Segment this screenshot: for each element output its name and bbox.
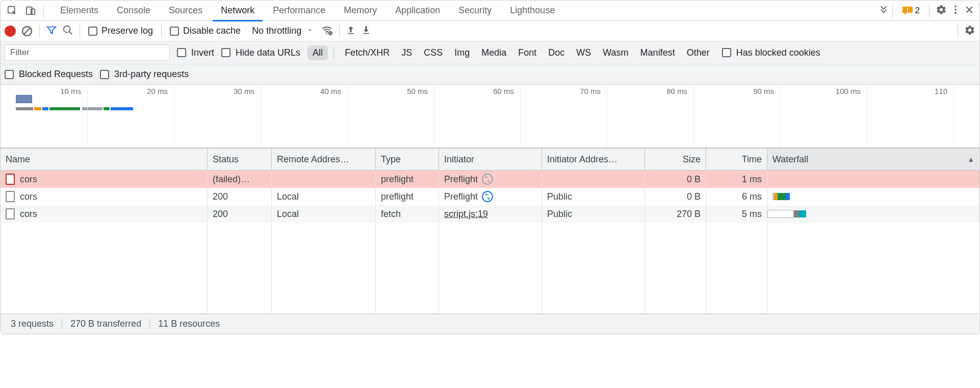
upload-har-icon[interactable] <box>346 25 356 37</box>
network-settings-gear-icon[interactable] <box>964 25 975 37</box>
throttling-select[interactable]: No throttling <box>248 26 316 36</box>
has-blocked-cookies-checkbox[interactable]: Has blocked cookies <box>722 47 820 58</box>
overview-tick-label: 80 ms <box>658 87 691 95</box>
table-row[interactable]: cors200LocalpreflightPreflightPublic0 B6… <box>1 188 979 205</box>
type-filter-ws[interactable]: WS <box>571 45 596 60</box>
divider <box>958 25 958 38</box>
overview-tick-label: 10 ms <box>51 87 85 95</box>
panel-tab-sources[interactable]: Sources <box>160 1 212 21</box>
col-header-initiator-address[interactable]: Initiator Addres… <box>542 149 645 170</box>
svg-point-10 <box>326 33 328 35</box>
overview-selection-handle[interactable] <box>16 95 32 103</box>
overview-bar <box>16 107 33 110</box>
svg-point-9 <box>64 26 70 33</box>
col-header-type[interactable]: Type <box>376 149 439 170</box>
disable-cache-checkbox[interactable]: Disable cache <box>168 26 243 36</box>
overview-gridline <box>174 85 174 148</box>
timeline-overview[interactable]: 10 ms20 ms30 ms40 ms50 ms60 ms70 ms80 ms… <box>1 85 979 148</box>
table-row[interactable]: cors(failed)…preflightPreflight0 B1 ms <box>1 171 979 188</box>
divider <box>339 25 340 38</box>
preflight-swap-icon[interactable] <box>482 174 493 185</box>
type-filter-manifest[interactable]: Manifest <box>635 45 680 60</box>
dropdown-caret-icon <box>306 26 314 36</box>
type-filter-wasm[interactable]: Wasm <box>598 45 633 60</box>
download-har-icon[interactable] <box>361 25 371 37</box>
panel-tab-application[interactable]: Application <box>386 1 449 21</box>
filter-funnel-icon[interactable] <box>46 25 57 37</box>
overview-tick-label: 90 ms <box>744 87 778 95</box>
third-party-checkbox[interactable]: 3rd-party requests <box>100 69 189 80</box>
waterfall-segment <box>786 193 790 200</box>
panel-tab-lighthouse[interactable]: Lighthouse <box>501 1 564 21</box>
divider <box>39 25 40 38</box>
type-filter-fetch-xhr[interactable]: Fetch/XHR <box>340 45 395 60</box>
type-filter-css[interactable]: CSS <box>419 45 448 60</box>
divider <box>80 25 80 38</box>
settings-gear-icon[interactable] <box>936 4 947 17</box>
overview-tick-label: 60 ms <box>484 87 518 95</box>
col-header-remote[interactable]: Remote Addres… <box>272 149 376 170</box>
svg-point-6 <box>955 9 957 11</box>
record-button[interactable] <box>5 26 16 37</box>
network-filter-bar-2: Blocked Requests 3rd-party requests <box>1 64 979 85</box>
network-request-table: Name Status Remote Addres… Type Initiato… <box>1 148 979 313</box>
kebab-menu-icon[interactable] <box>950 4 961 17</box>
issues-badge[interactable]: 2 <box>899 5 923 16</box>
overview-gridline <box>520 85 521 148</box>
type-filter-all[interactable]: All <box>307 45 328 60</box>
clear-icon[interactable] <box>21 25 33 37</box>
network-conditions-icon[interactable] <box>321 24 333 38</box>
preserve-log-checkbox[interactable]: Preserve log <box>86 26 155 36</box>
request-initiator-address <box>542 171 645 188</box>
status-transferred: 270 B transferred <box>62 319 150 329</box>
filter-input[interactable]: Filter <box>5 44 170 61</box>
request-initiator[interactable]: script.js:19 <box>444 209 488 220</box>
invert-checkbox[interactable]: Invert <box>177 47 214 58</box>
type-filter-doc[interactable]: Doc <box>543 45 570 60</box>
overview-bar <box>111 107 133 110</box>
divider <box>43 4 44 17</box>
panel-tab-security[interactable]: Security <box>449 1 501 21</box>
panel-tab-elements[interactable]: Elements <box>51 1 108 21</box>
request-waterfall <box>767 205 979 223</box>
empty-cell <box>1 223 208 313</box>
file-icon <box>6 191 15 202</box>
type-filter-other[interactable]: Other <box>682 45 715 60</box>
divider <box>892 4 893 17</box>
search-icon[interactable] <box>62 25 73 37</box>
request-status: 200 <box>208 205 272 223</box>
col-header-size[interactable]: Size <box>645 149 706 170</box>
svg-rect-12 <box>348 33 354 34</box>
panel-tab-console[interactable]: Console <box>108 1 160 21</box>
network-status-bar: 3 requests 270 B transferred 11 B resour… <box>1 313 979 334</box>
type-filter-img[interactable]: Img <box>449 45 475 60</box>
panel-tab-performance[interactable]: Performance <box>264 1 334 21</box>
inspect-element-icon[interactable] <box>4 2 21 19</box>
divider <box>333 46 334 59</box>
preflight-swap-icon[interactable] <box>482 191 493 202</box>
overview-tick-label: 30 ms <box>225 87 259 95</box>
col-header-initiator[interactable]: Initiator <box>439 149 542 170</box>
col-header-time[interactable]: Time <box>706 149 767 170</box>
type-filter-js[interactable]: JS <box>396 45 417 60</box>
type-filter-media[interactable]: Media <box>476 45 511 60</box>
col-header-status[interactable]: Status <box>208 149 272 170</box>
panel-tab-memory[interactable]: Memory <box>334 1 386 21</box>
request-type: fetch <box>376 205 439 223</box>
overview-tick-label: 70 ms <box>571 87 605 95</box>
blocked-requests-checkbox[interactable]: Blocked Requests <box>5 69 93 80</box>
panel-tab-network[interactable]: Network <box>212 1 264 21</box>
overview-gridline <box>261 85 261 148</box>
overview-gridline <box>780 85 781 148</box>
more-panels-chevron-icon[interactable] <box>878 4 889 17</box>
col-header-waterfall[interactable]: Waterfall ▲ <box>767 149 979 170</box>
request-initiator-address: Public <box>542 205 645 223</box>
col-header-name[interactable]: Name <box>1 149 208 170</box>
type-filter-font[interactable]: Font <box>513 45 541 60</box>
request-waterfall <box>767 188 979 205</box>
close-icon[interactable] <box>964 5 974 16</box>
divider <box>929 4 930 17</box>
hide-data-urls-checkbox[interactable]: Hide data URLs <box>221 47 300 58</box>
table-row[interactable]: cors200Localfetchscript.js:19Public270 B… <box>1 205 979 223</box>
device-toolbar-icon[interactable] <box>22 2 39 19</box>
